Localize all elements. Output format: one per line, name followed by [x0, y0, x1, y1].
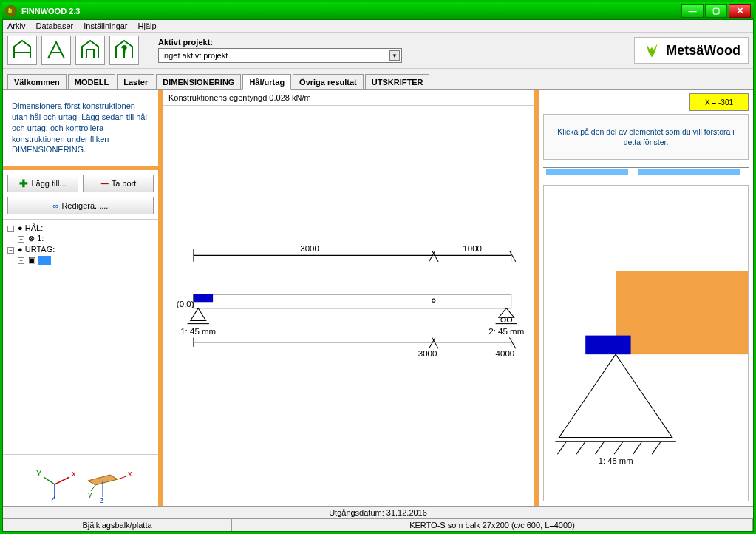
svg-text:1: 45 mm: 1: 45 mm	[180, 327, 216, 336]
svg-line-47	[557, 442, 566, 454]
tab-halurtag[interactable]: Hål/urtag	[242, 74, 291, 90]
svg-line-50	[614, 442, 623, 454]
zoom-hint: Klicka på den del av elementet som du vi…	[543, 114, 749, 160]
svg-line-49	[596, 442, 605, 454]
element-ruler[interactable]	[543, 167, 749, 180]
axis-indicator: x Y Z x y z	[3, 454, 158, 506]
svg-text:3000: 3000	[418, 349, 437, 358]
structure-type-3-button[interactable]	[75, 36, 105, 65]
dropdown-arrow-icon: ▼	[389, 50, 400, 61]
svg-rect-24	[194, 294, 213, 302]
maximize-button[interactable]: ▢	[705, 4, 727, 18]
svg-text:Z: Z	[51, 494, 56, 503]
active-project-label: Aktivt projekt:	[158, 38, 402, 47]
active-project-select[interactable]: Inget aktivt projekt ▼	[158, 48, 402, 63]
tree-hal[interactable]: − ● HÅL:	[7, 223, 154, 233]
detail-canvas[interactable]: 1: 45 mm	[543, 185, 749, 501]
tree-urtag-sel[interactable]: + ▣	[7, 254, 154, 266]
close-button[interactable]: ✕	[729, 4, 751, 18]
svg-line-18	[429, 251, 435, 262]
svg-line-51	[633, 442, 642, 454]
svg-line-3	[44, 477, 55, 484]
menu-databaser[interactable]: Databaser	[35, 21, 73, 30]
svg-line-17	[432, 251, 438, 262]
self-weight-label: Konstruktionens egentyngd 0.028 kN/m	[168, 93, 311, 102]
tab-ovriga[interactable]: Övriga resultat	[293, 74, 364, 90]
svg-rect-43	[616, 271, 748, 354]
tree-urtag[interactable]: − ● URTAG:	[7, 244, 154, 254]
remove-label: Ta bort	[112, 179, 137, 188]
hole-notch-tree[interactable]: − ● HÅL: + ⊗ 1: − ● URTAG: + ▣	[3, 219, 158, 454]
moose-icon	[642, 41, 661, 60]
svg-text:1000: 1000	[463, 244, 482, 253]
instruction-text: Dimensionera först konstruktionen utan h…	[3, 90, 158, 170]
brand-logo: MetsäWood	[634, 37, 749, 64]
svg-text:1: 45 mm: 1: 45 mm	[599, 457, 633, 466]
svg-point-30	[501, 317, 505, 322]
svg-line-48	[576, 442, 585, 454]
svg-line-52	[652, 442, 661, 454]
svg-line-20	[509, 251, 515, 262]
edit-button[interactable]: ∞ Redigera......	[7, 197, 154, 214]
tab-dimensionering[interactable]: DIMENSIONERING	[156, 74, 241, 90]
minus-icon: —	[101, 179, 109, 188]
svg-text:y: y	[88, 490, 92, 498]
svg-text:z: z	[100, 496, 104, 503]
edit-label: Redigera......	[61, 201, 108, 210]
cursor-coord: X = -301	[689, 93, 749, 111]
tab-utskrifter[interactable]: UTSKRIFTER	[365, 74, 430, 90]
tree-hal-1[interactable]: + ⊗ 1:	[7, 233, 154, 244]
structure-type-2-button[interactable]	[41, 36, 71, 65]
svg-line-38	[429, 337, 435, 348]
svg-text:3000: 3000	[300, 244, 319, 253]
remove-button[interactable]: — Ta bort	[83, 175, 154, 192]
app-icon: fL	[5, 5, 17, 17]
tab-valkommen[interactable]: Välkommen	[7, 74, 67, 90]
svg-rect-44	[585, 336, 630, 355]
svg-text:Y: Y	[36, 469, 42, 478]
tab-laster[interactable]: Laster	[117, 74, 154, 90]
main-canvas[interactable]: 3000 1000 (0,0) 1: 45	[163, 106, 534, 506]
add-label: Lägg till...	[31, 179, 66, 188]
svg-text:x: x	[72, 469, 76, 478]
active-project-value: Inget aktivt projekt	[162, 51, 228, 60]
menu-hjalp[interactable]: Hjälp	[138, 21, 157, 30]
minimize-button[interactable]: —	[681, 4, 704, 18]
menu-installningar[interactable]: Inställningar	[84, 21, 127, 30]
structure-type-1-button[interactable]	[7, 36, 37, 65]
window-title: FINNWOOD 2.3	[21, 7, 80, 16]
status-type: Bjälklagsbalk/platta	[3, 519, 232, 531]
status-date: Utgångsdatum: 31.12.2016	[3, 506, 753, 518]
brand-text: MetsäWood	[666, 43, 740, 58]
svg-marker-27	[191, 308, 206, 321]
edit-icon: ∞	[53, 201, 59, 210]
svg-point-31	[507, 317, 511, 322]
svg-line-8	[118, 476, 126, 479]
svg-line-1	[55, 477, 69, 484]
status-product: KERTO-S som balk 27x200 (c/c 600, L=4000…	[232, 519, 753, 531]
menu-arkiv[interactable]: Arkiv	[7, 21, 25, 30]
svg-text:4000: 4000	[496, 349, 515, 358]
svg-text:(0,0): (0,0)	[177, 300, 194, 308]
plus-icon: ✚	[19, 178, 28, 189]
svg-marker-45	[559, 355, 672, 438]
svg-line-40	[509, 337, 515, 348]
svg-line-37	[432, 337, 438, 348]
svg-text:?: ?	[122, 44, 126, 53]
svg-rect-23	[194, 294, 511, 308]
tab-modell[interactable]: MODELL	[68, 74, 115, 90]
svg-point-25	[432, 299, 435, 302]
svg-text:x: x	[128, 469, 132, 478]
structure-type-4-button[interactable]: ?	[109, 36, 139, 65]
add-button[interactable]: ✚ Lägg till...	[7, 175, 78, 192]
svg-text:2: 45 mm: 2: 45 mm	[488, 327, 524, 336]
svg-marker-29	[499, 308, 514, 318]
